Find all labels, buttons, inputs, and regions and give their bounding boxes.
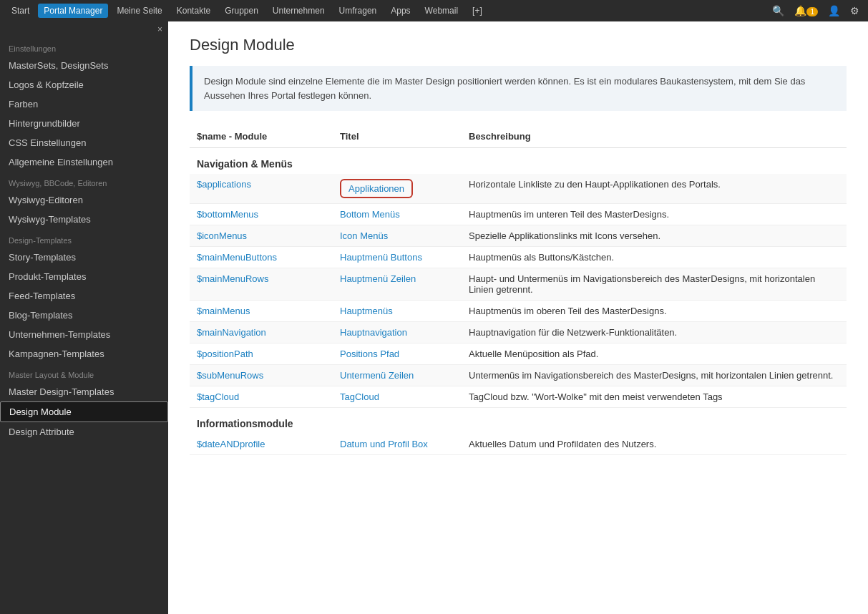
sidebar-item-wysiwyg-templates[interactable]: Wysiwyg-Templates <box>0 210 168 229</box>
module-description: Horizontale Linkliste zu den Haupt-Appli… <box>462 174 847 204</box>
module-title-highlighted[interactable]: Applikationen <box>340 179 413 198</box>
module-description: Hauptmenüs im unteren Teil des MasterDes… <box>462 204 847 225</box>
top-nav-right: 🔍 🔔1 👤 ⚙ <box>769 5 862 16</box>
table-row: $dateANDprofileDatum und Profil BoxAktue… <box>190 434 847 455</box>
sidebar-item-design-module[interactable]: Design Module <box>0 401 168 422</box>
sidebar-item-hintergrundbilder[interactable]: Hintergrundbilder <box>0 114 168 133</box>
table-row: $tagCloudTagCloudTagCloud bzw. "Wort-Wol… <box>190 386 847 408</box>
sidebar-close-button[interactable]: × <box>0 21 168 37</box>
top-navigation: Start Portal Manager Meine Seite Kontakt… <box>0 0 868 21</box>
sidebar-item-produkt-templates[interactable]: Produkt-Templates <box>0 267 168 286</box>
module-title-link[interactable]: Hauptmenüs <box>340 306 393 316</box>
module-name-link[interactable]: $applications <box>197 179 251 190</box>
module-description: Hauptnavigation für die Netzwerk-Funktio… <box>462 322 847 343</box>
module-title-link[interactable]: Positions Pfad <box>340 349 399 359</box>
section-header-row: Navigation & Menüs <box>190 148 847 175</box>
sidebar-item-wysiwyg-editoren[interactable]: Wysiwyg-Editoren <box>0 190 168 210</box>
module-description: Aktuelles Datum und Profildaten des Nutz… <box>462 434 847 455</box>
notification-icon[interactable]: 🔔1 <box>791 5 821 16</box>
nav-apps[interactable]: Apps <box>385 4 416 18</box>
module-description: TagCloud bzw. "Wort-Wolke" mit den meist… <box>462 386 847 408</box>
nav-start[interactable]: Start <box>6 4 35 18</box>
nav-gruppen[interactable]: Gruppen <box>219 4 264 18</box>
search-icon[interactable]: 🔍 <box>769 5 787 16</box>
module-table: $name - Module Titel Beschreibung Naviga… <box>190 125 847 455</box>
sidebar-item-logos[interactable]: Logos & Kopfzeile <box>0 75 168 94</box>
nav-unternehmen[interactable]: Unternehmen <box>267 4 331 18</box>
user-icon[interactable]: 👤 <box>825 5 843 16</box>
sidebar-item-story-templates[interactable]: Story-Templates <box>0 248 168 267</box>
table-row: $applicationsApplikationenHorizontale Li… <box>190 174 847 204</box>
module-name-link[interactable]: $mainMenuRows <box>197 273 268 284</box>
col-name: $name - Module <box>190 125 333 148</box>
sidebar-section-einstellungen: Einstellungen <box>0 37 168 56</box>
table-row: $subMenuRowsUntermenü ZeilenUntermenüs i… <box>190 365 847 386</box>
main-layout: × Einstellungen MasterSets, DesignSets L… <box>0 21 868 614</box>
module-name-link[interactable]: $dateANDprofile <box>197 439 265 449</box>
nav-kontakte[interactable]: Kontakte <box>171 4 216 18</box>
settings-icon[interactable]: ⚙ <box>847 5 862 16</box>
module-description: Spezielle Applikationslinks mit Icons ve… <box>462 225 847 247</box>
sidebar-item-kampagnen-templates[interactable]: Kampagnen-Templates <box>0 344 168 364</box>
nav-plus[interactable]: [+] <box>467 4 488 18</box>
section-header-row: Informationsmodule <box>190 408 847 434</box>
section-title: Navigation & Menüs <box>190 148 847 175</box>
sidebar-item-blog-templates[interactable]: Blog-Templates <box>0 306 168 325</box>
sidebar-item-unternehmen-templates[interactable]: Unternehmen-Templates <box>0 325 168 344</box>
table-row: $positionPathPositions PfadAktuelle Menü… <box>190 343 847 365</box>
table-row: $bottomMenusBottom MenüsHauptmenüs im un… <box>190 204 847 225</box>
nav-meine-seite[interactable]: Meine Seite <box>111 4 167 18</box>
notification-badge: 1 <box>806 7 818 16</box>
info-text: Design Module sind einzelne Elemente die… <box>204 76 805 101</box>
module-title-link[interactable]: Hauptmenü Zeilen <box>340 273 416 284</box>
module-title-link[interactable]: Icon Menüs <box>340 230 388 241</box>
sidebar-section-master-layout: Master Layout & Module <box>0 364 168 382</box>
module-title-link[interactable]: TagCloud <box>340 391 379 402</box>
sidebar-section-design-templates: Design-Templates <box>0 229 168 248</box>
module-title-link[interactable]: Untermenü Zeilen <box>340 370 414 381</box>
module-description: Untermenüs im Navigationsbereich des Mas… <box>462 365 847 386</box>
module-name-link[interactable]: $mainNavigation <box>197 327 266 338</box>
table-row: $mainMenuRowsHauptmenü ZeilenHaupt- und … <box>190 268 847 301</box>
module-title-link[interactable]: Datum und Profil Box <box>340 439 428 449</box>
module-name-link[interactable]: $mainMenus <box>197 306 250 316</box>
sidebar-section-wysiwyg: Wysiwyg, BBCode, Editoren <box>0 172 168 190</box>
table-row: $mainNavigationHauptnavigationHauptnavig… <box>190 322 847 343</box>
module-name-link[interactable]: $iconMenus <box>197 230 247 241</box>
module-description: Aktuelle Menüposition als Pfad. <box>462 343 847 365</box>
module-description: Hauptmenüs als Buttons/Kästchen. <box>462 247 847 268</box>
module-name-link[interactable]: $mainMenuButtons <box>197 252 277 263</box>
nav-portal-manager[interactable]: Portal Manager <box>38 4 108 18</box>
sidebar-item-master-design-templates[interactable]: Master Design-Templates <box>0 382 168 401</box>
module-description: Haupt- und Untermenüs im Navigationsbere… <box>462 268 847 301</box>
module-name-link[interactable]: $tagCloud <box>197 391 239 402</box>
module-name-link[interactable]: $positionPath <box>197 349 253 359</box>
module-title-link[interactable]: Bottom Menüs <box>340 209 400 220</box>
sidebar-item-feed-templates[interactable]: Feed-Templates <box>0 286 168 306</box>
nav-umfragen[interactable]: Umfragen <box>333 4 383 18</box>
sidebar-item-css[interactable]: CSS Einstellungen <box>0 133 168 152</box>
nav-webmail[interactable]: Webmail <box>419 4 464 18</box>
module-title-link[interactable]: Hauptmenü Buttons <box>340 252 422 263</box>
sidebar-item-farben[interactable]: Farben <box>0 94 168 114</box>
col-title: Titel <box>333 125 462 148</box>
info-box: Design Module sind einzelne Elemente die… <box>190 66 847 111</box>
content-area: Design Module Design Module sind einzeln… <box>168 21 868 614</box>
sidebar-item-allgemeine[interactable]: Allgemeine Einstellungen <box>0 152 168 172</box>
table-row: $mainMenusHauptmenüsHauptmenüs im oberen… <box>190 301 847 322</box>
module-name-link[interactable]: $subMenuRows <box>197 370 263 381</box>
module-description: Hauptmenüs im oberen Teil des MasterDesi… <box>462 301 847 322</box>
module-name-link[interactable]: $bottomMenus <box>197 209 258 220</box>
page-title: Design Module <box>190 36 847 54</box>
col-description: Beschreibung <box>462 125 847 148</box>
table-row: $iconMenusIcon MenüsSpezielle Applikatio… <box>190 225 847 247</box>
table-row: $mainMenuButtonsHauptmenü ButtonsHauptme… <box>190 247 847 268</box>
sidebar-item-mastersets[interactable]: MasterSets, DesignSets <box>0 56 168 75</box>
sidebar: × Einstellungen MasterSets, DesignSets L… <box>0 21 168 614</box>
section-title: Informationsmodule <box>190 408 847 434</box>
sidebar-item-design-attribute[interactable]: Design Attribute <box>0 422 168 442</box>
module-title-link[interactable]: Hauptnavigation <box>340 327 407 338</box>
